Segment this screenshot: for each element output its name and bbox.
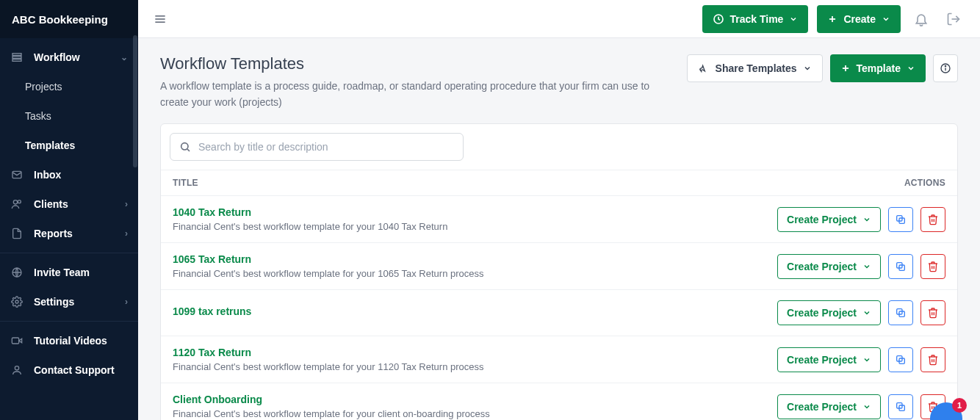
- sidebar-item-clients[interactable]: Clients ›: [0, 189, 138, 219]
- support-icon: [10, 363, 24, 377]
- svg-point-9: [15, 366, 18, 370]
- sidebar-label: Inbox: [34, 169, 61, 181]
- inbox-icon: [10, 168, 24, 181]
- info-button[interactable]: [933, 54, 958, 82]
- template-title[interactable]: 1040 Tax Return: [173, 206, 777, 218]
- create-project-button[interactable]: Create Project: [777, 394, 881, 419]
- chat-widget[interactable]: 1: [930, 398, 967, 420]
- search-icon: [179, 141, 191, 153]
- page-description: A workflow template is a process guide, …: [160, 78, 672, 110]
- template-description: Financial Cent's best workflow template …: [173, 268, 777, 279]
- chevron-down-icon: [907, 64, 915, 73]
- globe-icon: [10, 266, 24, 279]
- button-label: Create Project: [787, 307, 857, 319]
- table-header: TITLE ACTIONS: [161, 170, 957, 196]
- create-button[interactable]: Create: [817, 5, 901, 33]
- sidebar-scrollbar[interactable]: [131, 0, 138, 420]
- column-actions-header: ACTIONS: [769, 178, 945, 188]
- copy-button[interactable]: [888, 207, 913, 232]
- sidebar-label: Reports: [34, 228, 73, 239]
- sidebar-item-tasks[interactable]: Tasks: [0, 101, 138, 131]
- chevron-down-icon: [862, 402, 871, 411]
- svg-rect-0: [12, 54, 21, 56]
- sidebar-item-tutorial[interactable]: Tutorial Videos: [0, 326, 138, 355]
- sidebar-label: Clients: [34, 198, 68, 210]
- content-area: Workflow Templates A workflow template i…: [138, 38, 980, 420]
- delete-button[interactable]: [920, 254, 945, 279]
- svg-point-21: [945, 65, 945, 66]
- copy-icon: [895, 261, 907, 272]
- template-title[interactable]: 1120 Tax Return: [173, 347, 777, 358]
- create-project-button[interactable]: Create Project: [777, 300, 881, 325]
- trash-icon: [927, 214, 939, 225]
- sidebar-item-settings[interactable]: Settings ›: [0, 287, 138, 316]
- sidebar-label: Settings: [34, 296, 74, 308]
- button-label: Create Project: [787, 401, 857, 413]
- delete-button[interactable]: [920, 300, 945, 325]
- column-title-header: TITLE: [173, 178, 769, 188]
- bell-icon[interactable]: [909, 7, 933, 31]
- plus-icon: [840, 63, 851, 73]
- share-templates-button[interactable]: Share Templates: [687, 54, 823, 82]
- sidebar-item-projects[interactable]: Projects: [0, 72, 138, 101]
- table-row: 1065 Tax Return Financial Cent's best wo…: [161, 243, 957, 290]
- sidebar-item-workflow[interactable]: Workflow ⌄: [0, 43, 138, 72]
- reports-icon: [10, 227, 24, 240]
- template-title[interactable]: 1065 Tax Return: [173, 253, 777, 265]
- sidebar-label: Contact Support: [34, 364, 115, 376]
- create-project-button[interactable]: Create Project: [777, 347, 881, 372]
- menu-toggle-icon[interactable]: [153, 12, 167, 26]
- clock-icon: [713, 13, 724, 25]
- sidebar-label: Projects: [25, 81, 62, 93]
- sidebar-label: Tutorial Videos: [34, 335, 107, 347]
- share-icon: [698, 62, 710, 74]
- template-title[interactable]: Client Onboarding: [173, 394, 777, 405]
- copy-icon: [895, 354, 907, 366]
- page-header: Workflow Templates A workflow template i…: [138, 38, 980, 123]
- copy-button[interactable]: [888, 254, 913, 279]
- button-label: Create Project: [787, 354, 857, 366]
- search-input[interactable]: [198, 141, 454, 153]
- track-time-button[interactable]: Track Time: [702, 5, 809, 33]
- button-label: Create Project: [787, 214, 857, 225]
- template-description: Financial Cent's best workflow template …: [173, 221, 777, 232]
- logout-icon[interactable]: [942, 7, 965, 31]
- topbar: Track Time Create: [138, 0, 980, 38]
- create-project-button[interactable]: Create Project: [777, 254, 881, 279]
- workflow-icon: [10, 51, 24, 64]
- template-button[interactable]: Template: [830, 54, 926, 82]
- table-row: 1099 tax retruns Create Project: [161, 290, 957, 336]
- copy-button[interactable]: [888, 394, 913, 419]
- delete-button[interactable]: [920, 347, 945, 372]
- sidebar-item-support[interactable]: Contact Support: [0, 355, 138, 385]
- template-description: Financial Cent's best workflow template …: [173, 361, 777, 372]
- create-project-button[interactable]: Create Project: [777, 207, 881, 232]
- sidebar-label: Templates: [25, 140, 75, 151]
- brand-title: ABC Bookkeeping: [0, 0, 138, 38]
- table-row: 1040 Tax Return Financial Cent's best wo…: [161, 196, 957, 243]
- sidebar-label: Invite Team: [34, 267, 90, 278]
- copy-button[interactable]: [888, 300, 913, 325]
- templates-panel: TITLE ACTIONS 1040 Tax Return Financial …: [160, 123, 958, 420]
- divider: [0, 321, 138, 322]
- chevron-down-icon: [789, 15, 798, 23]
- copy-icon: [895, 401, 907, 413]
- template-title[interactable]: 1099 tax retruns: [173, 305, 777, 317]
- chevron-down-icon: [862, 355, 871, 364]
- chevron-down-icon: [862, 262, 871, 271]
- sidebar-item-invite[interactable]: Invite Team: [0, 258, 138, 287]
- sidebar-item-templates[interactable]: Templates: [0, 131, 138, 160]
- search-box[interactable]: [170, 133, 464, 161]
- divider: [0, 253, 138, 253]
- template-description: Financial Cent's best workflow template …: [173, 408, 777, 419]
- delete-button[interactable]: [920, 207, 945, 232]
- sidebar-item-reports[interactable]: Reports ›: [0, 219, 138, 248]
- chevron-right-icon: ›: [125, 228, 128, 239]
- chevron-right-icon: ›: [125, 199, 128, 209]
- chevron-down-icon: [862, 308, 871, 317]
- button-label: Track Time: [730, 13, 784, 25]
- copy-button[interactable]: [888, 347, 913, 372]
- sidebar-item-inbox[interactable]: Inbox: [0, 160, 138, 189]
- video-icon: [10, 334, 24, 347]
- gear-icon: [10, 295, 24, 308]
